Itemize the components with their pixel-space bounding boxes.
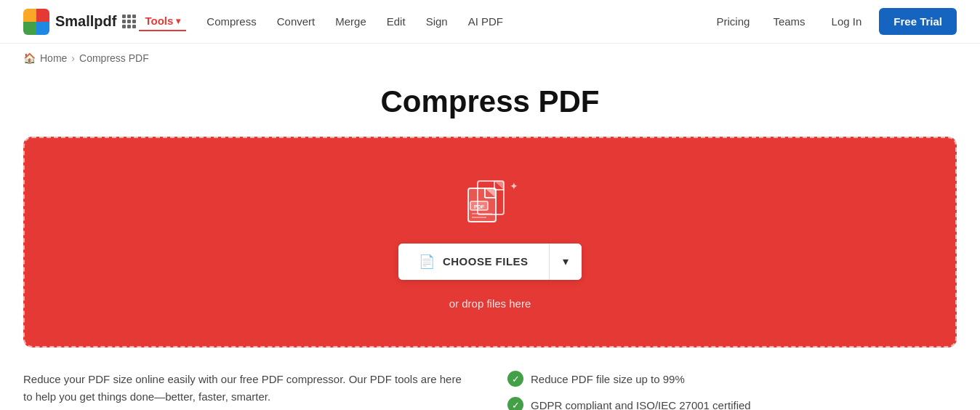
nav-compress[interactable]: Compress xyxy=(198,11,265,32)
home-icon: 🏠 xyxy=(23,52,36,64)
drop-text: or drop files here xyxy=(449,297,531,310)
login-button[interactable]: Log In xyxy=(820,11,874,32)
tools-menu-button[interactable]: Tools ▾ xyxy=(139,12,186,31)
nav-merge[interactable]: Merge xyxy=(326,11,375,32)
breadcrumb-home[interactable]: Home xyxy=(40,52,67,64)
drop-zone-wrapper: PDF ✦ 📄 CHOOSE FILES ▾ or drop files her… xyxy=(23,137,957,347)
choose-files-main[interactable]: 📄 CHOOSE FILES xyxy=(398,244,548,280)
feature-item-1: ✓ Reduce PDF file size up to 99% xyxy=(507,371,957,387)
feature-label-2: GDPR compliant and ISO/IEC 27001 certifi… xyxy=(531,399,751,411)
logo-icon xyxy=(23,9,49,35)
tools-label: Tools xyxy=(145,15,173,27)
feature-label-1: Reduce PDF file size up to 99% xyxy=(531,373,685,385)
feature-item-2: ✓ GDPR compliant and ISO/IEC 27001 certi… xyxy=(507,397,957,410)
nav-convert[interactable]: Convert xyxy=(268,11,324,32)
pdf-illustration: PDF ✦ xyxy=(457,175,523,226)
breadcrumb-current: Compress PDF xyxy=(79,52,149,64)
nav-ai-pdf[interactable]: AI PDF xyxy=(459,11,512,32)
pricing-link[interactable]: Pricing xyxy=(708,11,759,32)
description-text: Reduce your PDF size online easily with … xyxy=(23,371,473,406)
check-icon-1: ✓ xyxy=(507,371,523,387)
free-trial-button[interactable]: Free Trial xyxy=(879,8,957,35)
drop-zone[interactable]: PDF ✦ 📄 CHOOSE FILES ▾ or drop files her… xyxy=(23,137,957,347)
chevron-down-icon: ▾ xyxy=(176,16,180,26)
grid-icon[interactable] xyxy=(122,15,136,28)
header: Smallpdf Tools ▾ Compress Convert Merge … xyxy=(0,0,980,44)
svg-text:✦: ✦ xyxy=(510,180,518,192)
teams-link[interactable]: Teams xyxy=(764,11,814,32)
chevron-down-icon: ▾ xyxy=(563,254,569,268)
nav-edit[interactable]: Edit xyxy=(378,11,414,32)
svg-text:PDF: PDF xyxy=(474,204,485,209)
logo[interactable]: Smallpdf xyxy=(23,9,116,35)
header-right: Pricing Teams Log In Free Trial xyxy=(708,8,957,35)
choose-files-button[interactable]: 📄 CHOOSE FILES ▾ xyxy=(398,244,581,280)
info-features: ✓ Reduce PDF file size up to 99% ✓ GDPR … xyxy=(507,371,957,410)
file-icon: 📄 xyxy=(419,254,435,270)
logo-text: Smallpdf xyxy=(55,13,116,30)
main-nav: Compress Convert Merge Edit Sign AI PDF xyxy=(198,11,707,32)
choose-files-chevron[interactable]: ▾ xyxy=(550,244,582,280)
breadcrumb: 🏠 Home › Compress PDF xyxy=(0,44,980,73)
info-description: Reduce your PDF size online easily with … xyxy=(23,371,473,410)
nav-sign[interactable]: Sign xyxy=(417,11,457,32)
info-section: Reduce your PDF size online easily with … xyxy=(0,371,980,410)
check-icon-2: ✓ xyxy=(507,397,523,410)
breadcrumb-separator: › xyxy=(71,52,75,64)
choose-files-label: CHOOSE FILES xyxy=(443,255,529,268)
page-title: Compress PDF xyxy=(0,84,980,119)
